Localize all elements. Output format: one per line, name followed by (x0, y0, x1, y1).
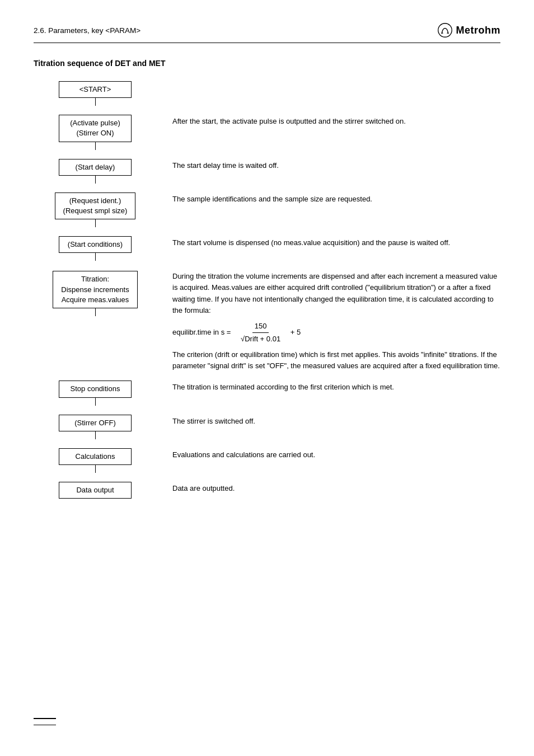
flow-row-titration: Titration: Dispense increments Acquire m… (34, 269, 500, 372)
flow-row-start: <START> (34, 80, 500, 106)
flow-box-col-stirreroff: (Stirrer OFF) (34, 414, 157, 439)
titration-line2: Dispense increments (61, 285, 129, 295)
flow-row-calculations: Calculations Evaluations and calculation… (34, 447, 500, 473)
flow-box-requestident: (Request ident.) (Request smpl size) (55, 192, 136, 219)
metrohm-logo-icon (437, 22, 453, 38)
flow-desc-stopcond: The titration is terminated according to… (157, 379, 500, 393)
footer-line-1 (34, 718, 56, 719)
flow-box-stopcond: Stop conditions (59, 381, 132, 397)
titration-line1: Titration: (61, 274, 129, 284)
flow-desc-startdelay: The start delay time is waited off. (157, 158, 500, 171)
header-title: 2.6. Parameters, key <PARAM> (34, 26, 140, 35)
flow-box-col-requestident: (Request ident.) (Request smpl size) (34, 191, 157, 227)
formula-suffix: + 5 (288, 327, 301, 338)
flow-box-col-startcond: (Start conditions) (34, 235, 157, 261)
flow-desc-startcond: The start volume is dispensed (no meas.v… (157, 235, 500, 248)
flow-desc-titration: During the titration the volume incremen… (157, 269, 500, 372)
formula-denominator: √Drift + 0.01 (238, 333, 283, 345)
dataoutput-text: Data output (67, 485, 123, 495)
flow-box-stirreroff: (Stirrer OFF) (59, 415, 132, 431)
section-title: Titration sequence of DET and MET (34, 59, 500, 68)
flow-desc-calculations: Evaluations and calculations are carried… (157, 447, 500, 461)
formula-line: equilibr.time in s = 150 √Drift + 0.01 +… (172, 321, 500, 345)
flow-box-dataoutput: Data output (59, 482, 132, 499)
requestident-line1: (Request ident.) (63, 196, 128, 206)
flow-desc-start (157, 80, 500, 82)
activate-line1: (Activate pulse) (67, 118, 123, 128)
formula-block: equilibr.time in s = 150 √Drift + 0.01 +… (172, 321, 500, 345)
flow-row-dataoutput: Data output Data are outputted. (34, 481, 500, 499)
startdelay-text: (Start delay) (67, 162, 123, 172)
requestident-line2: (Request smpl size) (63, 206, 128, 216)
titration-desc-p2: The criterion (drift or equilibration ti… (172, 349, 500, 372)
svg-point-0 (438, 24, 452, 37)
formula-numerator: 150 (252, 321, 269, 333)
startcond-text: (Start conditions) (67, 240, 123, 250)
flow-box-col-startdelay: (Start delay) (34, 158, 157, 184)
flow-desc-activate: After the start, the activate pulse is o… (157, 114, 500, 127)
flow-box-col-start: <START> (34, 80, 157, 106)
formula-prefix: equilibr.time in s = (172, 327, 233, 338)
connector-titration (95, 308, 96, 316)
page: 2.6. Parameters, key <PARAM> Metrohm Tit… (0, 0, 534, 756)
formula-fraction: 150 √Drift + 0.01 (238, 321, 283, 345)
flow-box-activate: (Activate pulse) (Stirrer ON) (59, 115, 132, 142)
flow-row-requestident: (Request ident.) (Request smpl size) The… (34, 191, 500, 227)
stirreroff-text: (Stirrer OFF) (67, 418, 123, 428)
flow-box-col-dataoutput: Data output (34, 481, 157, 499)
connector-activate (95, 142, 96, 150)
connector-calculations (95, 465, 96, 473)
titration-line3: Acquire meas.values (61, 295, 129, 305)
connector-startcond (95, 253, 96, 261)
flow-row-startcond: (Start conditions) The start volume is d… (34, 235, 500, 261)
titration-desc-p1: During the titration the volume incremen… (172, 271, 500, 316)
connector-stirreroff (95, 431, 96, 439)
metrohm-logo-text: Metrohm (456, 25, 501, 36)
calculations-text: Calculations (67, 452, 123, 462)
connector-start (95, 98, 96, 106)
flow-diagram: <START> (Activate pulse) (Stirrer ON) Af… (34, 80, 500, 506)
connector-stopcond (95, 398, 96, 406)
flow-desc-requestident: The sample identifications and the sampl… (157, 191, 500, 205)
flow-row-startdelay: (Start delay) The start delay time is wa… (34, 158, 500, 184)
flow-row-activate: (Activate pulse) (Stirrer ON) After the … (34, 114, 500, 149)
flow-desc-stirreroff: The stirrer is switched off. (157, 414, 500, 427)
flow-box-startdelay: (Start delay) (59, 159, 132, 176)
footer-lines (34, 718, 56, 725)
page-header: 2.6. Parameters, key <PARAM> Metrohm (34, 22, 500, 43)
flow-box-col-stopcond: Stop conditions (34, 379, 157, 405)
flow-box-col-activate: (Activate pulse) (Stirrer ON) (34, 114, 157, 149)
connector-requestident (95, 219, 96, 227)
flow-row-stopcond: Stop conditions The titration is termina… (34, 379, 500, 405)
flow-box-start-text: <START> (79, 85, 111, 93)
flow-box-col-calculations: Calculations (34, 447, 157, 473)
activate-line2: (Stirrer ON) (67, 128, 123, 138)
flow-box-startcond: (Start conditions) (59, 236, 132, 253)
logo-area: Metrohm (437, 22, 501, 38)
connector-startdelay (95, 176, 96, 184)
flow-box-calculations: Calculations (59, 448, 132, 465)
flow-desc-dataoutput: Data are outputted. (157, 481, 500, 494)
stopcond-text: Stop conditions (67, 384, 123, 394)
flow-row-stirreroff: (Stirrer OFF) The stirrer is switched of… (34, 414, 500, 439)
footer-line-2 (34, 725, 56, 726)
flow-box-titration: Titration: Dispense increments Acquire m… (53, 271, 137, 308)
flow-box-start: <START> (59, 81, 132, 98)
flow-box-col-titration: Titration: Dispense increments Acquire m… (34, 269, 157, 316)
